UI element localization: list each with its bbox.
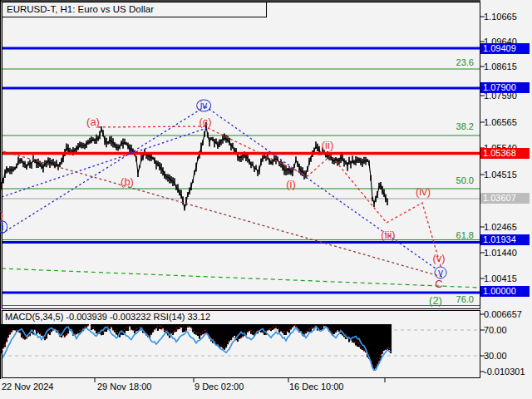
wave-label: (2) [429,294,442,307]
indicator-axis-label: 0.006657 [484,309,522,319]
fib-dashed-line [2,268,480,288]
fib-level-label: 61.8 [444,230,474,240]
indicator-axis-label: 30.00 [484,351,507,361]
price-level-badge: 1.00000 [480,286,530,297]
fib-level-label: 50.0 [444,175,474,185]
price-level-badge: 1.01934 [480,234,530,245]
price-level-badge: 1.07900 [480,82,530,93]
time-axis-label: 22 Nov 2024 [2,382,53,392]
wave-label: ) [0,209,3,221]
wave-label: C [435,278,442,290]
price-axis-label: 1.10665 [484,12,517,22]
price-level-badge: 1.09409 [480,43,530,54]
trend-line [98,126,205,127]
price-level-badge: 1.03607 [480,193,530,204]
wave-label: (ii) [322,139,333,151]
price-axis-label: 1.02465 [484,222,517,232]
time-axis-label: 29 Nov 18:00 [97,382,151,392]
fib-level-label: 76.0 [444,294,474,304]
price-axis-label: 1.06565 [484,117,517,127]
wave-label: (iii) [381,229,395,241]
price-axis-label: 1.01440 [484,248,517,258]
trend-line [3,151,442,277]
macd-histogram [2,324,391,371]
trend-line [2,106,205,234]
wave-label: (b) [121,175,134,188]
indicator-caption: MACD(5,34,5) -0.003939 -0.003232 RSI(14)… [5,312,210,322]
chart-title: EURUSD-T, H1: Euro vs US Dollar [2,2,267,17]
fib-level-label: 23.6 [444,57,474,67]
time-axis-label: 16 Dec 10:00 [289,382,343,392]
trading-chart-window: EURUSD-T, H1: Euro vs US Dollar MACD(5,3… [0,0,532,399]
indicator-axis-label: 70.00 [484,325,507,335]
wave-label: (v) [432,252,445,264]
wave-label: (a) [86,116,100,128]
price-axis-label: 1.04515 [484,170,517,180]
price-level-badge: 1.05368 [480,148,530,159]
indicator-axis-label: -0.010301 [484,367,525,377]
price-axis-label: 1.00415 [484,273,517,283]
time-axis-label: 9 Dec 02:00 [195,382,244,392]
trend-line [205,106,436,268]
wave-label: (i) [286,178,296,190]
price-axis-label: 1.08615 [484,62,517,71]
wave-label: i [0,221,7,234]
wave-label: (c) [199,116,211,128]
wave-label: (iv) [416,185,431,198]
wave-label: iv [196,100,211,112]
fib-level-label: 38.2 [444,121,474,131]
